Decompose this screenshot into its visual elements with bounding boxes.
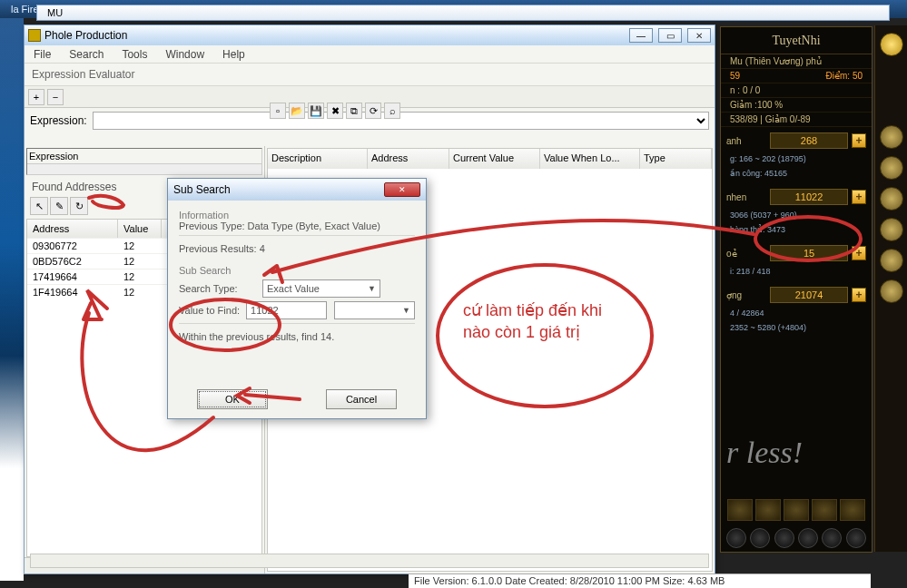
- close-button[interactable]: ✕: [687, 28, 711, 43]
- search-type-value: Exact Value: [267, 283, 320, 294]
- stat-plus-button[interactable]: +: [852, 288, 866, 302]
- char-line: 59 Điểm: 50: [721, 69, 872, 83]
- found-pick-icon[interactable]: ↖: [30, 197, 48, 215]
- cell-address: 1F419664: [27, 285, 118, 299]
- cell-address: 0BD576C2: [27, 254, 118, 269]
- annotation-text: cứ làm tiếp đến khi nào còn 1 giá trị: [463, 299, 654, 344]
- add-icon[interactable]: +: [28, 89, 44, 105]
- stat-sub: ần công: 45165: [721, 169, 872, 183]
- stat-label: ợng: [726, 290, 770, 300]
- menu-tools[interactable]: Tools: [113, 45, 156, 63]
- dialog-titlebar[interactable]: Sub Search ✕: [168, 179, 426, 201]
- game-orb[interactable]: [750, 528, 770, 548]
- stat-label: anh: [726, 136, 770, 146]
- game-orb[interactable]: [774, 528, 794, 548]
- stat-label: nhen: [726, 192, 770, 202]
- delete-icon[interactable]: ✖: [327, 103, 343, 119]
- right-toolbar: ▫ 📂 💾 ✖ ⧉ ⟳ ⌕: [270, 103, 711, 119]
- stat-block: oẻ 15 + i: 218 / 418: [721, 245, 872, 281]
- game-orb[interactable]: [726, 528, 746, 548]
- stat-label: oẻ: [726, 249, 770, 259]
- char-subtitle: Mu (Thiên Vương) phủ: [721, 54, 872, 69]
- game-tab-icon[interactable]: [727, 499, 753, 521]
- stat-sub: g: 166 ~ 202 (18795): [721, 154, 872, 169]
- found-wand-icon[interactable]: ✎: [50, 197, 68, 215]
- col-description[interactable]: Description: [268, 149, 368, 169]
- menu-search[interactable]: Search: [60, 45, 113, 63]
- dialog-close-button[interactable]: ✕: [384, 182, 420, 197]
- menu-file[interactable]: File: [25, 45, 60, 63]
- game-orb[interactable]: [798, 528, 818, 548]
- stat-block: ợng 21074 + 4 / 42864 2352 ~ 5280 (+4804…: [721, 287, 872, 338]
- dialog-result-line: Within the previous results, find 14.: [179, 331, 415, 342]
- minimize-button[interactable]: —: [629, 28, 653, 43]
- open-folder-icon[interactable]: 📂: [289, 103, 305, 119]
- expression-label: Expression:: [30, 114, 87, 127]
- col-current[interactable]: Current Value: [449, 149, 540, 169]
- col-type[interactable]: Type: [640, 149, 712, 169]
- stat-sub: hòng thủ: 3473: [721, 225, 872, 240]
- right-grid-header: Description Address Current Value Value …: [268, 149, 712, 169]
- cell-value: 12: [118, 239, 162, 253]
- maximize-button[interactable]: ▭: [658, 28, 682, 43]
- stat-plus-button[interactable]: +: [852, 133, 866, 148]
- promo-text: r less!: [726, 436, 872, 470]
- game-character-panel: TuyetNhi Mu (Thiên Vương) phủ 59 Điểm: 5…: [720, 26, 872, 553]
- found-refresh-icon[interactable]: ↻: [70, 197, 88, 215]
- stat-plus-button[interactable]: +: [852, 190, 866, 204]
- save-icon[interactable]: 💾: [308, 103, 324, 119]
- char-line: 538/89 | Giảm 0/-89: [721, 113, 872, 127]
- char-line: Giảm :100 %: [721, 98, 872, 113]
- stat-sub: i: 218 / 418: [721, 267, 872, 281]
- stat-plus-button[interactable]: +: [852, 246, 866, 260]
- ok-button[interactable]: OK: [197, 389, 268, 409]
- game-tab-icon[interactable]: [755, 499, 781, 521]
- stat-sub: 2352 ~ 5280 (+4804): [721, 323, 872, 338]
- sub-search-dialog: Sub Search ✕ Information Previous Type: …: [167, 178, 427, 419]
- sidebar-orb-icon[interactable]: [880, 249, 903, 272]
- phole-titlebar[interactable]: Phole Production — ▭ ✕: [25, 25, 715, 45]
- sidebar-orb-icon[interactable]: [880, 187, 903, 211]
- mu-window: MU: [36, 5, 890, 23]
- refresh-icon[interactable]: ⟳: [365, 103, 381, 119]
- search-icon[interactable]: ⌕: [384, 103, 400, 119]
- value-extra-combo[interactable]: ▼: [334, 301, 415, 319]
- chevron-down-icon: ▼: [402, 306, 410, 315]
- label-search-type: Search Type:: [179, 283, 262, 294]
- dialog-prev-results: Previous Results: 4: [179, 243, 415, 254]
- col-address[interactable]: Address: [27, 220, 118, 238]
- value-to-find-text: 11022: [251, 305, 279, 316]
- game-tab-icon[interactable]: [840, 499, 865, 521]
- label-value-to-find: Value to Find:: [179, 305, 246, 316]
- remove-icon[interactable]: −: [47, 89, 64, 105]
- stat-block: nhen 11022 + 3066 (5037 + 960) hòng thủ:…: [721, 189, 872, 240]
- game-tab-icon[interactable]: [812, 499, 837, 521]
- game-orb[interactable]: [846, 528, 866, 548]
- search-type-combo[interactable]: Exact Value ▼: [262, 279, 380, 298]
- sidebar-orb-icon[interactable]: [880, 125, 903, 149]
- h-scrollbar[interactable]: [27, 163, 261, 175]
- status-bar: File Version: 6.1.0.0 Date Created: 8/28…: [409, 573, 871, 588]
- copy-icon[interactable]: ⧉: [346, 103, 362, 119]
- sidebar-orb-icon[interactable]: [880, 218, 903, 241]
- menu-window[interactable]: Window: [156, 45, 213, 63]
- bottom-scrollbar[interactable]: [30, 554, 709, 568]
- sidebar-orb-icon[interactable]: [880, 156, 903, 180]
- new-file-icon[interactable]: ▫: [270, 103, 286, 119]
- col-address[interactable]: Address: [368, 149, 449, 169]
- game-tab-icon[interactable]: [784, 499, 809, 521]
- stat-sub: 4 / 42864: [721, 309, 872, 323]
- sidebar-orb-icon[interactable]: [880, 279, 903, 303]
- sidebar-close-icon[interactable]: [880, 33, 903, 56]
- annotation-line: cứ làm tiếp đến khi: [463, 299, 654, 321]
- sub-toolbar-label: Expression Evaluator: [25, 64, 715, 86]
- value-to-find-input[interactable]: 11022: [246, 301, 327, 319]
- menu-help[interactable]: Help: [213, 45, 254, 63]
- game-orb[interactable]: [822, 528, 842, 548]
- stat-value: 21074: [770, 287, 848, 303]
- cell-value: 12: [118, 285, 162, 299]
- cancel-button[interactable]: Cancel: [326, 389, 397, 409]
- col-value[interactable]: Value: [118, 220, 162, 238]
- menu-bar: File Search Tools Window Help: [25, 45, 715, 64]
- col-locked[interactable]: Value When Lo...: [540, 149, 640, 169]
